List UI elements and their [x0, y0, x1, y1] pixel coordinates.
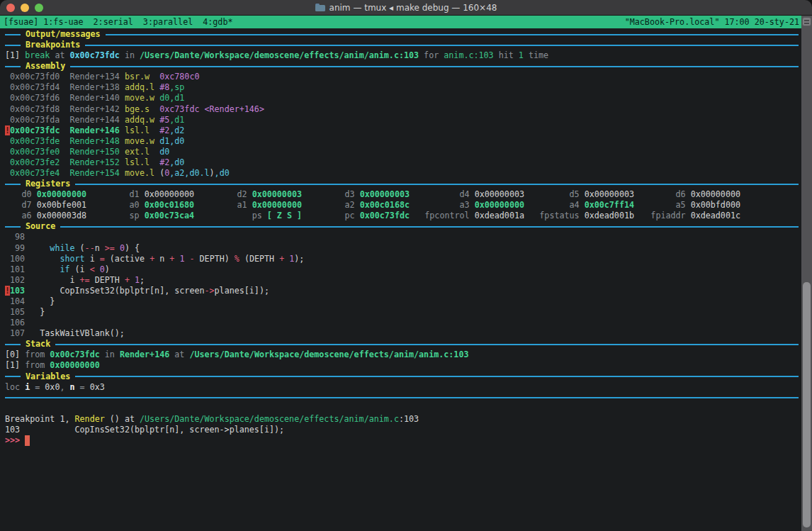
stack-frame-0: [0] from 0x00c73fdc in Render+146 at /Us…: [5, 350, 799, 360]
section-title: Variables: [26, 371, 70, 382]
blank-line: [5, 446, 799, 457]
scrollbar-track[interactable]: [801, 16, 812, 531]
register-d3: d30x00000003: [302, 189, 410, 200]
register-name: pc: [302, 211, 360, 221]
asm-line: 0x00c73fd6 Render+140 move.w d0,d1: [5, 93, 799, 104]
window-title-area: anim — tmux ◂ make debug — 160×48: [0, 3, 812, 13]
section-title: Source: [26, 221, 55, 232]
blank-line: [5, 478, 799, 488]
source-line: 106: [5, 318, 799, 328]
register-value: 0x00c7ff14: [585, 200, 634, 211]
register-d4: d40x00000003: [410, 189, 524, 200]
register-name: d5: [524, 189, 585, 200]
asm-line: 0x00c73fe4 Render+154 move.l (0,a2,d0.l)…: [5, 168, 799, 179]
register-value: 0x00000003: [252, 189, 302, 200]
register-value: 0x00000000: [475, 200, 524, 211]
register-value: 0xdead001a: [475, 211, 524, 221]
titlebar: anim — tmux ◂ make debug — 160×48: [0, 0, 812, 16]
register-ps: ps[ Z S ]: [194, 211, 302, 221]
register-value: 0x00000003: [360, 189, 410, 200]
register-value: 0x00c73fdc: [360, 211, 410, 221]
register-name: d0: [5, 189, 37, 200]
register-name: a1: [194, 200, 252, 211]
blank-line: [5, 510, 799, 521]
register-value: 0x00000003: [585, 189, 634, 200]
variables-line: loc i = 0x0, n = 0x3: [5, 382, 799, 393]
register-name: a5: [634, 200, 691, 211]
source-line: 99 while (--n >= 0) {: [5, 243, 799, 254]
register-d7: d70x00bfe001: [5, 200, 86, 211]
register-pc: pc0x00c73fdc: [302, 211, 410, 221]
register-name: d7: [5, 200, 37, 211]
register-value: 0x00000000: [145, 189, 194, 200]
section-title: Assembly: [26, 61, 65, 72]
register-d2: d20x00000003: [194, 189, 302, 200]
register-value: 0xdead001b: [585, 211, 634, 221]
source-line: 102 i += DEPTH + 1;: [5, 275, 799, 286]
blank-line: [5, 467, 799, 478]
stack-frame-1: [1] from 0x00000000: [5, 360, 799, 371]
asm-line: 0x00c73fd8 Render+142 bge.s 0xc73fdc <Re…: [5, 104, 799, 115]
asm-line: 0x00c73fda Render+144 addq.w #5,d1: [5, 115, 799, 125]
register-name: ps: [194, 211, 267, 221]
gdb-source-echo: 103 CopInsSet32(bplptr[n], screen->plane…: [5, 425, 799, 435]
register-value: 0xdead001c: [691, 211, 740, 221]
register-name: d3: [302, 189, 360, 200]
register-row-1: d00x00000000d10x00000000d20x00000003d30x…: [5, 189, 799, 200]
register-a3: a30x00000000: [410, 200, 524, 211]
section-title: Breakpoints: [26, 40, 80, 50]
register-a6: a60x000003d8: [5, 211, 86, 221]
register-fpstatus: fpstatus0xdead001b: [524, 211, 634, 221]
register-value: 0x000003d8: [37, 211, 86, 221]
register-a0: a00x00c01680: [86, 200, 194, 211]
window-title: anim — tmux ◂ make debug — 160×48: [329, 3, 497, 13]
gdb-prompt: >>>: [5, 435, 799, 446]
tmux-window-list: [fsuae] 1:fs-uae 2:serial 3:parallel 4:g…: [4, 17, 242, 27]
register-name: sp: [86, 211, 145, 221]
source-line: 98: [5, 232, 799, 242]
source-line: 107 TaskWaitVBlank();: [5, 328, 799, 339]
tmux-window-1[interactable]: 1:fs-uae: [43, 17, 83, 27]
section-title: Stack: [26, 339, 50, 350]
asm-line: 0x00c73fe0 Render+150 ext.l d0: [5, 147, 799, 157]
register-fpcontrol: fpcontrol0xdead001a: [410, 211, 524, 221]
register-value: 0x00000003: [475, 189, 524, 200]
tmux-status-right: "MacBook-Pro.local" 17:00 20-sty-21: [625, 17, 799, 27]
asm-line: 0x00c73fe2 Render+152 lsl.l #2,d0: [5, 157, 799, 168]
tmux-window-2[interactable]: 2:serial: [94, 17, 133, 27]
terminal-content[interactable]: Output/messagesBreakpoints[1] break at 0…: [0, 28, 801, 531]
folder-icon: [315, 4, 325, 11]
register-name: d6: [634, 189, 691, 200]
section-source: Source: [5, 221, 799, 232]
register-name: a2: [302, 200, 360, 211]
terminal-window: anim — tmux ◂ make debug — 160×48 [fsuae…: [0, 0, 812, 531]
scrollbar-thumb[interactable]: [803, 282, 811, 527]
asm-line: 0x00c73fd4 Render+138 addq.l #8,sp: [5, 82, 799, 93]
tmux-window-4-active[interactable]: 4:gdb*: [203, 17, 232, 27]
register-value: 0x00000000: [37, 189, 86, 200]
register-value: 0x00000000: [252, 200, 302, 211]
register-name: fpiaddr: [634, 211, 691, 221]
register-d6: d60x00000000: [634, 189, 740, 200]
register-name: d2: [194, 189, 252, 200]
register-value: 0x00bfe001: [37, 200, 86, 211]
tmux-window-3[interactable]: 3:parallel: [143, 17, 193, 27]
section-title: Output/messages: [26, 29, 101, 40]
register-a1: a10x00000000: [194, 200, 302, 211]
source-line-current: !103 CopInsSet32(bplptr[n], screen->plan…: [5, 286, 799, 296]
register-value: 0x00bfd000: [691, 200, 740, 211]
terminal-cursor[interactable]: [25, 435, 30, 446]
register-name: fpstatus: [524, 211, 585, 221]
register-d1: d10x00000000: [86, 189, 194, 200]
section-output-messages: Output/messages: [5, 29, 799, 40]
section-breakpoints: Breakpoints: [5, 40, 799, 50]
gdb-breakpoint-message: Breakpoint 1, Render () at /Users/Dante/…: [5, 414, 799, 425]
section-registers: Registers: [5, 179, 799, 189]
register-value: 0x00c01680: [145, 200, 194, 211]
register-value: [ Z S ]: [267, 211, 302, 221]
breakpoint-entry: [1] break at 0x00c73fdc in /Users/Dante/…: [5, 50, 799, 61]
blank-line: [5, 488, 799, 499]
source-line: 104 }: [5, 296, 799, 307]
scrollback-indicator-icon: [802, 17, 811, 26]
register-value: 0x00c73ca4: [145, 211, 194, 221]
